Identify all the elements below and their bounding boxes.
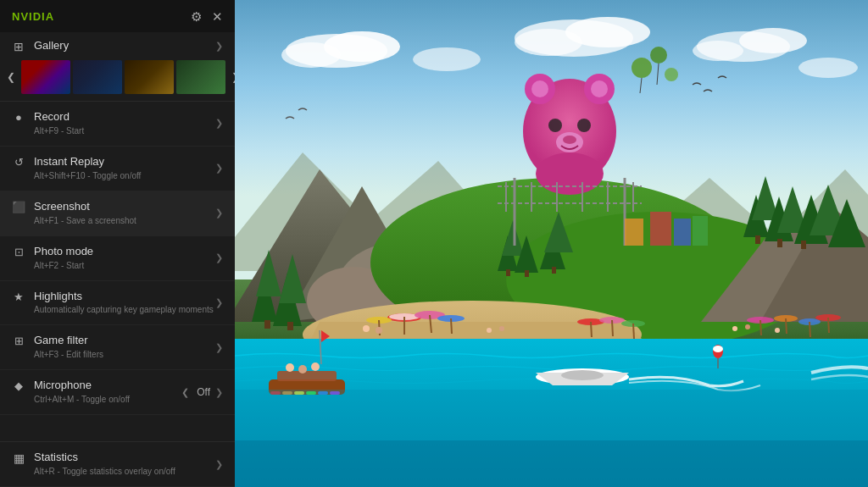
- instant-replay-chevron: ❯: [215, 163, 223, 174]
- gallery-thumb-3[interactable]: [125, 60, 174, 94]
- statistics-item[interactable]: ▦ Statistics Alt+R - Toggle statistics o…: [0, 442, 235, 487]
- mic-chevron: ❯: [215, 387, 223, 398]
- svg-point-110: [298, 365, 307, 374]
- screenshot-text: Screenshot Alt+F1 - Save a screenshot: [34, 200, 136, 227]
- svg-point-126: [732, 326, 737, 331]
- sidebar-header: NVIDIA ⚙ ✕: [0, 0, 235, 32]
- screenshot-icon: ⬛: [12, 201, 25, 213]
- instant-replay-sublabel: Alt+Shift+F10 - Toggle on/off: [34, 170, 141, 182]
- gallery-nav-left[interactable]: ❮: [3, 71, 19, 83]
- menu-item-game-filter[interactable]: ⊞ Game filter Alt+F3 - Edit filters ❯: [0, 325, 235, 370]
- game-filter-text: Game filter Alt+F3 - Edit filters: [34, 334, 103, 361]
- svg-rect-26: [264, 320, 270, 329]
- svg-line-97: [810, 322, 810, 337]
- gallery-label: Gallery: [34, 39, 69, 53]
- menu-item-record[interactable]: ● Record Alt+F9 - Start ❯: [0, 102, 235, 147]
- close-button[interactable]: ✕: [212, 10, 223, 23]
- settings-button[interactable]: ⚙: [191, 10, 202, 23]
- highlights-text: Highlights Automatically capturing key g…: [34, 290, 214, 317]
- gallery-thumb-4[interactable]: [176, 60, 225, 94]
- photo-mode-chevron: ❯: [215, 252, 223, 263]
- highlights-sublabel: Automatically capturing key gameplay mom…: [34, 304, 214, 316]
- main-content: [235, 0, 868, 487]
- game-background: [235, 0, 868, 487]
- svg-point-11: [798, 58, 858, 78]
- svg-point-8: [739, 28, 807, 53]
- menu-item-microphone[interactable]: ◆ Microphone Ctrl+Alt+M - Toggle on/off …: [0, 370, 235, 415]
- photo-mode-icon: ⊡: [12, 246, 25, 258]
- record-icon: ●: [12, 111, 25, 124]
- photo-mode-text: Photo mode Alt+F2 - Start: [34, 245, 93, 272]
- svg-rect-74: [625, 219, 643, 246]
- svg-point-109: [286, 363, 294, 372]
- game-filter-sublabel: Alt+F3 - Edit filters: [34, 349, 103, 361]
- svg-point-50: [591, 80, 608, 97]
- photo-mode-item-left: ⊡ Photo mode Alt+F2 - Start: [12, 245, 93, 272]
- svg-rect-102: [277, 371, 337, 381]
- game-filter-right: ❯: [215, 342, 223, 353]
- svg-point-116: [713, 346, 723, 352]
- game-filter-item-left: ⊞ Game filter Alt+F3 - Edit filters: [12, 334, 103, 361]
- statistics-label: Statistics: [34, 451, 175, 465]
- svg-point-51: [548, 119, 562, 132]
- svg-point-10: [413, 47, 481, 71]
- gallery-images: ❮ ❯: [0, 60, 235, 101]
- svg-point-122: [363, 325, 370, 332]
- svg-point-124: [487, 328, 492, 333]
- instant-replay-icon: ↺: [12, 156, 25, 169]
- statistics-icon: ▦: [12, 451, 25, 465]
- svg-line-99: [828, 318, 829, 333]
- screenshot-sublabel: Alt+F1 - Save a screenshot: [34, 215, 136, 227]
- record-text: Record Alt+F9 - Start: [34, 110, 84, 137]
- microphone-item-left: ◆ Microphone Ctrl+Alt+M - Toggle on/off: [12, 379, 130, 406]
- gallery-nav-right[interactable]: ❯: [228, 71, 235, 83]
- gallery-section: ⊞ Gallery ❯ ❮ ❯: [0, 32, 235, 102]
- gallery-chevron: ❯: [215, 41, 223, 52]
- game-filter-label: Game filter: [34, 334, 103, 348]
- highlights-label: Highlights: [34, 290, 214, 304]
- svg-point-114: [561, 370, 604, 380]
- svg-point-3: [281, 42, 341, 68]
- menu-item-photo-mode[interactable]: ⊡ Photo mode Alt+F2 - Start ❯: [0, 236, 235, 281]
- photo-mode-label: Photo mode: [34, 245, 93, 259]
- game-scene: [235, 0, 868, 487]
- svg-point-67: [650, 47, 667, 64]
- highlights-chevron: ❯: [215, 297, 223, 308]
- svg-rect-45: [552, 267, 556, 274]
- gallery-header-left: ⊞ Gallery: [12, 39, 69, 53]
- menu-item-instant-replay[interactable]: ↺ Instant Replay Alt+Shift+F10 - Toggle …: [0, 147, 235, 191]
- mic-left-arrow[interactable]: ❮: [178, 387, 192, 398]
- statistics-chevron: ❯: [215, 459, 223, 470]
- svg-point-128: [775, 328, 780, 333]
- instant-replay-right: ❯: [215, 163, 223, 174]
- menu-item-highlights[interactable]: ★ Highlights Automatically capturing key…: [0, 281, 235, 326]
- svg-line-91: [633, 324, 634, 339]
- record-chevron: ❯: [215, 118, 223, 129]
- gallery-header[interactable]: ⊞ Gallery ❯: [0, 32, 235, 60]
- microphone-sublabel: Ctrl+Alt+M - Toggle on/off: [34, 394, 130, 406]
- gallery-thumb-2[interactable]: [73, 60, 122, 94]
- svg-point-54: [563, 136, 576, 144]
- mic-value: Off: [197, 386, 210, 398]
- svg-rect-37: [801, 241, 806, 249]
- microphone-right: ❮ Off ❯: [178, 386, 223, 398]
- svg-line-95: [786, 318, 787, 334]
- microphone-text: Microphone Ctrl+Alt+M - Toggle on/off: [34, 379, 130, 406]
- svg-point-9: [693, 41, 743, 61]
- highlights-right: ❯: [215, 297, 223, 308]
- highlights-item-left: ★ Highlights Automatically capturing key…: [12, 290, 214, 317]
- statistics-text: Statistics Alt+R - Toggle statistics ove…: [34, 451, 175, 478]
- svg-rect-72: [674, 219, 691, 246]
- sidebar-bottom: ▦ Statistics Alt+R - Toggle statistics o…: [0, 441, 235, 487]
- gallery-thumb-1[interactable]: [21, 60, 70, 94]
- microphone-label: Microphone: [34, 379, 130, 393]
- menu-item-screenshot[interactable]: ⬛ Screenshot Alt+F1 - Save a screenshot …: [0, 191, 235, 236]
- record-item-left: ● Record Alt+F9 - Start: [12, 110, 84, 137]
- svg-point-123: [376, 327, 382, 334]
- game-filter-icon: ⊞: [12, 335, 25, 347]
- svg-rect-36: [777, 239, 782, 247]
- screenshot-right: ❯: [215, 208, 223, 219]
- svg-point-55: [536, 152, 604, 195]
- svg-rect-27: [287, 322, 293, 330]
- svg-point-52: [577, 119, 591, 132]
